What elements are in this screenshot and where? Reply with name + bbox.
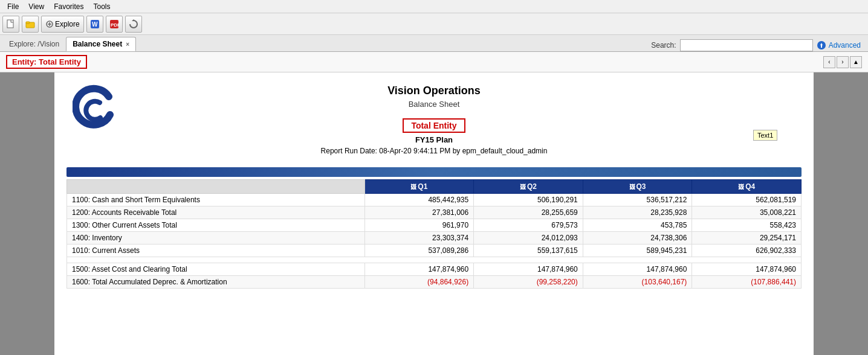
filter-bar: Entity: Total Entity ‹ › ▲	[0, 52, 868, 72]
row-q3: 147,874,960	[583, 263, 692, 276]
report-plan: FY15 Plan	[321, 135, 548, 144]
row-q4: 562,081,519	[692, 194, 802, 206]
report-type: Balance Sheet	[321, 100, 548, 109]
row-q1: 961,970	[364, 219, 474, 232]
row-q3: 28,235,928	[583, 206, 692, 219]
q4-icon: 🖼	[738, 184, 744, 190]
search-area: Search: Advanced	[651, 39, 866, 51]
report-run-date: Report Run Date: 08-Apr-20 9:44:11 PM by…	[321, 147, 548, 155]
row-label: 1400: Inventory	[67, 232, 365, 245]
menu-favorites[interactable]: Favorites	[49, 1, 88, 12]
row-label: 1010: Current Assets	[67, 245, 365, 257]
table-row: 1100: Cash and Short Term Equivalents 48…	[67, 194, 802, 206]
menu-tools[interactable]: Tools	[89, 1, 115, 12]
row-q2: 147,874,960	[474, 263, 583, 276]
company-logo	[73, 85, 121, 135]
pdf-button[interactable]: PDF	[106, 16, 123, 33]
row-q2: 679,573	[474, 219, 583, 232]
report-title: Vision Operations	[321, 85, 548, 97]
tab-close-icon[interactable]: ×	[126, 41, 129, 48]
table-header-q2: 🖼Q2	[474, 180, 583, 194]
nav-arrows: ‹ › ▲	[823, 56, 862, 68]
tab-bar: Explore: /Vision Balance Sheet × Search:…	[0, 35, 868, 52]
tab-label: Balance Sheet	[73, 40, 122, 48]
center-panel[interactable]: Vision Operations Balance Sheet Total En…	[54, 72, 814, 355]
q1-icon: 🖼	[410, 184, 416, 190]
row-q1: (94,864,926)	[364, 276, 474, 289]
nav-prev-button[interactable]: ‹	[823, 56, 835, 68]
tooltip-content: Text1	[753, 130, 777, 141]
explore-button[interactable]: Explore	[41, 16, 84, 33]
row-q4: (107,886,441)	[692, 276, 802, 289]
row-q4: 626,902,333	[692, 245, 802, 257]
row-q2: 28,255,659	[474, 206, 583, 219]
menu-view[interactable]: View	[24, 1, 49, 12]
row-label: 1100: Cash and Short Term Equivalents	[67, 194, 365, 206]
new-doc-button[interactable]	[2, 16, 19, 33]
row-q3: 24,738,306	[583, 232, 692, 245]
row-q2: 24,012,093	[474, 232, 583, 245]
right-panel	[814, 72, 868, 355]
row-q3: 536,517,212	[583, 194, 692, 206]
q3-icon: 🖼	[629, 184, 635, 190]
row-q4: 29,254,171	[692, 232, 802, 245]
nav-up-button[interactable]: ▲	[850, 56, 862, 68]
table-header-q4: 🖼Q4	[692, 180, 802, 194]
toolbar: Explore W PDF	[0, 13, 868, 35]
menu-bar: File View Favorites Tools	[0, 0, 868, 13]
row-q3: 589,945,231	[583, 245, 692, 257]
table-row: 1400: Inventory 23,303,374 24,012,093 24…	[67, 232, 802, 245]
row-q4: 35,008,221	[692, 206, 802, 219]
search-label: Search:	[651, 41, 676, 50]
table-row: 1200: Accounts Receivable Total 27,381,0…	[67, 206, 802, 219]
row-label: 1300: Other Current Assets Total	[67, 219, 365, 232]
row-label: 1200: Accounts Receivable Total	[67, 206, 365, 219]
row-q1: 27,381,006	[364, 206, 474, 219]
svg-rect-0	[7, 20, 13, 28]
table-row: 1500: Asset Cost and Clearing Total 147,…	[67, 263, 802, 276]
search-input[interactable]	[680, 39, 813, 51]
table-row	[67, 257, 802, 263]
advanced-button[interactable]: Advanced	[817, 40, 861, 50]
left-panel	[0, 72, 54, 355]
svg-rect-11	[821, 45, 822, 48]
open-folder-button[interactable]	[22, 16, 39, 33]
advanced-label: Advanced	[829, 41, 861, 50]
table-header-label	[67, 180, 365, 194]
nav-next-button[interactable]: ›	[837, 56, 849, 68]
word-button[interactable]: W	[86, 16, 103, 33]
row-q1: 485,442,935	[364, 194, 474, 206]
table-header-q1: 🖼Q1	[364, 180, 474, 194]
row-q1: 537,089,286	[364, 245, 474, 257]
row-label: 1500: Asset Cost and Clearing Total	[67, 263, 365, 276]
explore-label: Explore	[55, 20, 80, 28]
row-q1: 23,303,374	[364, 232, 474, 245]
table-header-q3: 🖼Q3	[583, 180, 692, 194]
row-label: 1600: Total Accumulated Deprec. & Amorti…	[67, 276, 365, 289]
main-content: Vision Operations Balance Sheet Total En…	[0, 72, 868, 355]
row-q3: 453,785	[583, 219, 692, 232]
svg-rect-2	[26, 22, 30, 24]
row-q1: 147,874,960	[364, 263, 474, 276]
table-row: 1600: Total Accumulated Deprec. & Amorti…	[67, 276, 802, 289]
svg-text:PDF: PDF	[111, 22, 119, 28]
table-row: 1300: Other Current Assets Total 961,970…	[67, 219, 802, 232]
entity-filter-label: Entity: Total Entity	[6, 55, 87, 69]
menu-file[interactable]: File	[2, 1, 24, 12]
row-q4: 147,874,960	[692, 263, 802, 276]
row-q2: 559,137,615	[474, 245, 583, 257]
data-table: 🖼Q1 🖼Q2 🖼Q3 🖼Q4 1100: Cash and Short Ter…	[66, 179, 802, 289]
report-entity-box: Total Entity	[403, 118, 465, 133]
table-row: 1010: Current Assets 537,089,286 559,137…	[67, 245, 802, 257]
q2-icon: 🖼	[520, 184, 526, 190]
row-q2: (99,258,220)	[474, 276, 583, 289]
row-q2: 506,190,291	[474, 194, 583, 206]
refresh-button[interactable]	[125, 16, 142, 33]
blue-header-bar	[66, 167, 802, 177]
report-header: Vision Operations Balance Sheet Total En…	[321, 72, 548, 161]
row-q4: 558,423	[692, 219, 802, 232]
row-q3: (103,640,167)	[583, 276, 692, 289]
svg-text:W: W	[92, 21, 98, 28]
tab-balance-sheet[interactable]: Balance Sheet ×	[66, 37, 136, 51]
tab-explore[interactable]: Explore: /Vision	[2, 37, 66, 51]
